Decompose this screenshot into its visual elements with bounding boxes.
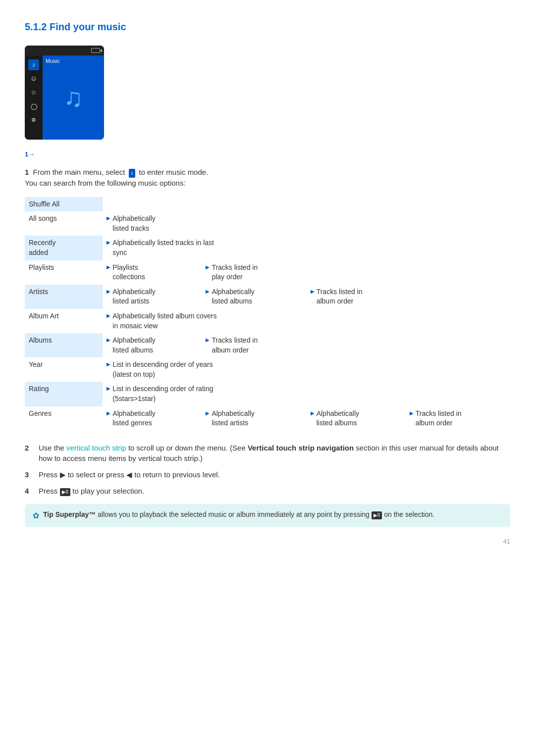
option-text: Tracks listed inalbum order [212,336,258,355]
bold-text-nav: Vertical touch strip navigation [248,444,354,452]
arrow-icon: ▶ [206,288,210,295]
arrow-icon: ▶ [107,264,110,271]
sidebar-person-icon: ☺ [28,73,39,84]
tip-play-pause-icon: ▶II [372,511,382,519]
option-cell-artists-1: ▶ Alphabeticallylisted artists [103,285,202,309]
arrow-icon: ▶ [206,264,210,271]
table-row: All songs ▶ Alphabeticallylisted tracks [25,211,510,236]
table-row: Rating ▶ List in descending order of rat… [25,382,510,406]
tip-text: Tip Superplay™ allows you to playback th… [43,510,434,520]
row-label-albums: Albums [25,333,103,357]
row-label-rating: Rating [25,382,103,406]
step-4: 4 Press ▶II to play your selection. [25,486,510,496]
intro-paragraph: 1 From the main menu, select ♪ to enter … [25,167,510,188]
step-number-4: 4 [25,486,35,496]
option-text: Alphabeticallylisted albums [212,287,254,306]
option-cell-year: ▶ List in descending order of years(late… [103,357,405,382]
sidebar-clock-icon: ◯ [28,101,39,112]
arrow-icon: ▶ [107,385,110,392]
option-text: Alphabeticallylisted albums [317,409,359,428]
tip-label: Tip [43,510,54,518]
step-2-content: Use the vertical touch strip to scroll u… [39,443,510,463]
table-row: Year ▶ List in descending order of years… [25,357,510,382]
option-text: Alphabetically listed tracks in lastsync [112,238,214,257]
option-text: Alphabeticallylisted artists [112,287,155,306]
option-cell-albums-2: ▶ Tracks listed inalbum order [202,333,306,357]
option-cell-genres-3: ▶ Alphabeticallylisted albums [307,406,406,431]
row-label-recently: Recentlyadded [25,236,103,260]
option-text: Alphabeticallylisted artists [212,409,254,428]
tip-icon: ✿ [33,510,39,521]
option-text: Tracks listed inplay order [212,263,258,282]
arrow-icon: ▶ [206,337,210,344]
intro-text-2: to enter music mode. [139,168,208,176]
step-number-3: 3 [25,469,35,480]
option-text: Playlistscollections [112,263,145,282]
device-image: ♪ ☺ ☆ ◯ ⚙ Music ♫ [25,46,104,140]
device-top-bar [25,46,104,55]
option-text: Alphabeticallylisted tracks [112,214,155,233]
option-cell-playlists-1: ▶ Playlistscollections [103,260,202,285]
arrow-icon: ▶ [107,361,110,368]
empty-cell [307,260,510,285]
sidebar-settings-icon: ☆ [28,87,39,98]
option-cell-artists-3: ▶ Tracks listed inalbum order [307,285,510,309]
music-options-table: Shuffle All All songs ▶ Alphabeticallyli… [25,197,510,431]
option-text: List in descending order of years(latest… [112,360,213,379]
option-cell-albums-1: ▶ Alphabeticallylisted albums [103,333,202,357]
sidebar-gear-icon: ⚙ [28,115,39,126]
device-screen: ♪ ☺ ☆ ◯ ⚙ Music ♫ [25,55,104,140]
empty-cell [202,211,510,236]
step-3: 3 Press ▶ to select or press ◀ to return… [25,469,510,480]
option-cell-genres-4: ▶ Tracks listed inalbum order [406,406,510,431]
row-label-shuffle: Shuffle All [25,197,103,212]
arrow-icon: ▶ [107,239,110,246]
tip-brand: Superplay™ [55,510,96,518]
option-cell-allsongs-1: ▶ Alphabeticallylisted tracks [103,211,202,236]
table-row: Recentlyadded ▶ Alphabetically listed tr… [25,236,510,260]
arrow-icon: ▶ [107,410,110,417]
steps-section: 2 Use the vertical touch strip to scroll… [25,443,510,496]
table-row: Genres ▶ Alphabeticallylisted genres ▶ A… [25,406,510,431]
music-icon-inline: ♪ [129,169,136,177]
device-sidebar: ♪ ☺ ☆ ◯ ⚙ [25,55,43,140]
option-cell-genres-1: ▶ Alphabeticallylisted genres [103,406,202,431]
option-cell-genres-2: ▶ Alphabeticallylisted artists [202,406,306,431]
tip-body: allows you to playback the selected musi… [98,510,372,518]
option-text: Alphabetically listed album coversin mos… [112,311,216,331]
row-label-artists: Artists [25,285,103,309]
sidebar-music-icon: ♪ [28,59,39,70]
arrow-icon: ▶ [107,337,110,344]
tip-end: on the selection. [384,510,434,518]
step-3-content: Press ▶ to select or press ◀ to return t… [39,469,510,480]
battery-icon [91,48,100,53]
intro-text-3: You can search from the following music … [25,179,186,187]
option-text: Alphabeticallylisted genres [112,409,155,428]
play-pause-icon: ▶II [60,488,71,496]
row-label-allsongs: All songs [25,211,103,236]
option-cell-shuffle [103,197,510,212]
option-text: Tracks listed inalbum order [317,287,363,306]
screen-title: Music [46,57,60,65]
section-title: 5.1.2 Find your music [25,20,510,34]
intro-text-1: From the main menu, select [33,168,125,176]
step-number-1: 1 [25,168,29,176]
page-number: 41 [25,537,510,546]
option-text: Alphabeticallylisted albums [112,336,155,355]
row-label-year: Year [25,357,103,382]
option-cell-albumart: ▶ Alphabetically listed album coversin m… [103,309,405,333]
step-1-intro: 1→ [25,150,510,159]
tip-box: ✿ Tip Superplay™ allows you to playback … [25,504,510,527]
arrow-icon: ▶ [107,215,110,222]
arrow-icon: ▶ [410,410,414,417]
arrow-icon: ▶ [206,410,210,417]
empty-cell [307,333,510,357]
table-row: Albums ▶ Alphabeticallylisted albums ▶ T… [25,333,510,357]
table-row: Shuffle All [25,197,510,212]
music-note-icon: ♫ [64,80,83,116]
row-label-albumart: Album Art [25,309,103,333]
row-label-playlists: Playlists [25,260,103,285]
step-1-arrow: 1→ [25,150,35,159]
option-cell-artists-2: ▶ Alphabeticallylisted albums [202,285,306,309]
option-cell-recently: ▶ Alphabetically listed tracks in lastsy… [103,236,405,260]
